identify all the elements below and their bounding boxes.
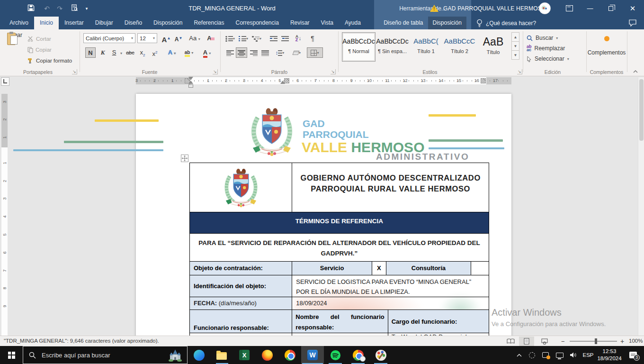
char-count-status[interactable]: "TDR_MINGA GENERAL": 9,646 caracteres (v… [4, 338, 159, 344]
taskbar-chrome[interactable] [278, 346, 301, 364]
taskbar-firefox[interactable] [256, 346, 278, 364]
banner-row[interactable]: TÉRMINOS DE REFERENCIA [190, 212, 489, 234]
objeto-consultoria-cell[interactable]: Consultoría [386, 262, 471, 275]
subscript-button[interactable]: x2 [137, 47, 148, 58]
tab-insertar[interactable]: Insertar [59, 17, 89, 29]
zoom-slider-track[interactable] [570, 341, 617, 342]
close-button[interactable]: ✕ [622, 0, 643, 17]
bullets-icon[interactable]: ▾ [224, 33, 236, 44]
tray-network-icon[interactable] [553, 346, 566, 364]
superscript-button[interactable]: x2 [150, 47, 160, 58]
redo-icon[interactable]: ↷ [55, 4, 64, 13]
collapse-ribbon-icon[interactable] [633, 68, 638, 75]
paragraph-dialog-launcher[interactable]: ↘ [331, 69, 336, 74]
style-t-tulo[interactable]: AaBTítulo [476, 32, 510, 62]
restore-button[interactable] [600, 0, 621, 17]
paste-button[interactable]: Pegar▾ [4, 32, 26, 67]
save-icon[interactable] [27, 4, 35, 13]
style-t-tulo-2[interactable]: AaBbCcCTítulo 2 [443, 32, 476, 62]
font-dialog-launcher[interactable]: ↘ [213, 69, 218, 74]
tab-revisar[interactable]: Revisar [285, 17, 315, 29]
tab-referencias[interactable]: Referencias [188, 17, 230, 29]
style--normal[interactable]: AaBbCcDc¶ Normal [342, 32, 376, 62]
account-avatar[interactable] [539, 2, 551, 14]
style-t-tulo-1[interactable]: AaBbC(Título 1 [409, 32, 443, 62]
objeto-mark-cell[interactable]: X [372, 262, 386, 275]
tab-dibujar[interactable]: Dibujar [89, 17, 119, 29]
zoom-level[interactable]: 100% [629, 338, 643, 344]
org-header-cell[interactable]: GOBIERNO AUTÓNOMO DESCENTRALIZADO PARROQ… [292, 163, 489, 212]
taskbar-paint[interactable] [369, 346, 392, 364]
feedback-icon[interactable] [629, 19, 636, 28]
funcionario-label-cell[interactable]: Funcionario responsable: [190, 310, 292, 333]
logo-cell[interactable] [190, 163, 292, 212]
document-page[interactable]: GAD PARROQUIAL VALLE HERMOSO ADMINISTRAT… [136, 94, 511, 340]
multilevel-list-icon[interactable]: ▾ [251, 33, 262, 44]
start-button[interactable] [0, 346, 23, 364]
shrink-font-button[interactable]: A▼ [173, 33, 184, 44]
fecha-value-cell[interactable]: 18/09/2024 [292, 297, 489, 309]
search-highlight-castle-image[interactable] [168, 348, 182, 362]
taskbar-edge[interactable] [188, 346, 210, 364]
align-center-icon[interactable] [236, 47, 247, 58]
underline-caret[interactable]: ▾ [118, 47, 124, 58]
taskbar-excel[interactable]: X [233, 346, 256, 364]
objeto-servicio-cell[interactable]: Servicio [292, 262, 372, 275]
zoom-out-button[interactable]: − [561, 338, 565, 345]
tray-volume-icon[interactable] [567, 346, 580, 364]
notification-center[interactable]: 3 [625, 346, 641, 364]
taskbar-word-active[interactable]: W [301, 346, 324, 364]
clear-formatting-button[interactable]: A [206, 33, 216, 44]
font-family-combo[interactable]: Calibri (Cuerpo)▾ [83, 33, 135, 43]
grow-font-button[interactable]: A▲ [161, 33, 171, 44]
borders-icon[interactable]: ▾ [307, 47, 323, 58]
tab-disposicion-tabla[interactable]: Disposición [428, 17, 466, 29]
replace-button[interactable]: abac Reemplazar [527, 44, 565, 53]
funcionario-cargo-cell[interactable]: Cargo del funcionario: [388, 310, 489, 333]
tab-vista[interactable]: Vista [315, 17, 339, 29]
scrollbar-thumb[interactable] [639, 79, 644, 141]
style--sin-espa-[interactable]: AaBbCcDc¶ Sin espa... [376, 32, 409, 62]
left-indent-marker[interactable] [188, 84, 193, 88]
taskbar-search[interactable]: Escribe aquí para buscar [23, 346, 188, 364]
read-mode-icon[interactable] [503, 337, 518, 346]
addins-button[interactable]: Complementos [583, 49, 630, 56]
copy-button[interactable]: Copiar [27, 45, 52, 55]
taskbar-file-explorer[interactable] [210, 346, 233, 364]
tray-update-icon[interactable] [539, 346, 552, 364]
tray-show-hidden[interactable] [513, 346, 525, 364]
tab-diseno-de-tabla[interactable]: Diseño de tabla [379, 17, 428, 29]
italic-button[interactable]: K [98, 47, 108, 58]
addins-icon[interactable] [604, 36, 609, 41]
first-line-indent-marker[interactable] [188, 77, 193, 80]
objeto-label-cell[interactable]: Objeto de contratación: [190, 262, 292, 275]
align-right-icon[interactable] [248, 47, 259, 58]
shading-icon[interactable]: ▾ [290, 47, 304, 58]
align-left-icon[interactable] [224, 47, 236, 58]
zoom-in-button[interactable]: + [620, 337, 624, 345]
tray-meet-now-icon[interactable] [526, 346, 538, 364]
tab-inicio[interactable]: Inicio [34, 17, 59, 29]
cut-button[interactable]: Cortar [27, 34, 51, 44]
change-case-button[interactable]: Aa ▾ [187, 33, 203, 44]
increase-indent-icon[interactable] [279, 33, 291, 44]
text-effects-button[interactable]: A ▾ [164, 47, 180, 58]
tab-ayuda[interactable]: Ayuda [339, 17, 367, 29]
undo-icon[interactable]: ↶ [43, 4, 51, 13]
taskbar-chrome-app[interactable] [347, 346, 369, 364]
identificacion-label-cell[interactable]: Identificación del objeto: [190, 275, 292, 297]
right-indent-marker[interactable] [280, 81, 285, 84]
hanging-indent-marker[interactable] [188, 81, 193, 84]
minimize-button[interactable]: — [580, 0, 600, 17]
table-move-handle[interactable] [181, 155, 188, 162]
tray-language[interactable]: ESP [581, 346, 596, 364]
underline-button[interactable]: S [109, 47, 119, 58]
tellme-box[interactable]: ¿Qué desea hacer? [476, 17, 536, 29]
vertical-scrollbar[interactable] [638, 77, 644, 336]
tab-disposición[interactable]: Disposición [148, 17, 188, 29]
tab-archivo[interactable]: Archivo [4, 17, 34, 29]
bold-button[interactable]: N [85, 47, 96, 58]
ribbon-display-options-icon[interactable] [559, 0, 580, 17]
select-button[interactable]: Seleccionar▾ [527, 54, 569, 64]
line-spacing-icon[interactable]: ↕▾ [273, 47, 287, 58]
